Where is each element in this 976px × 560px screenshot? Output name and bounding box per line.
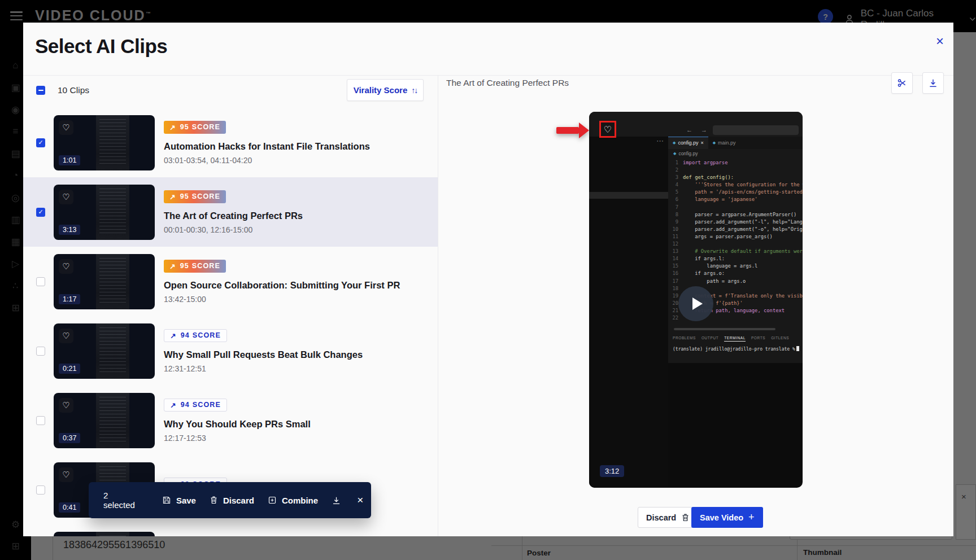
download-clip-button[interactable] [922,72,944,94]
virality-score-badge: ↗ 94 SCORE [164,399,227,412]
clip-info: ↗ 94 SCORE Why Small Pull Requests Beat … [164,329,363,373]
clip-thumbnail[interactable]: ♡ 3:13 [54,185,155,240]
clip-checkbox[interactable] [36,416,45,425]
clip-row[interactable]: ✓ ♡ 3:13 ↗ 95 SCORE The Art of Creating … [23,177,438,247]
annotation-red-arrow [556,123,589,138]
preview-title: The Art of Creating Perfect PRs [446,78,569,88]
download-button[interactable] [332,496,341,505]
divider [438,75,438,536]
virality-score-badge: ↗ 95 SCORE [164,190,226,203]
clip-duration-badge: 0:37 [59,433,80,443]
clip-thumbnail[interactable]: ♡ [54,532,155,537]
clip-row[interactable]: ♡ 0:37 ↗ 94 SCORE Why You Should Keep PR… [23,386,438,455]
clip-duration-badge: 3:13 [59,225,80,235]
heart-icon[interactable]: ♡ [59,329,73,343]
clip-list-header: 10 Clips Virality Score ↑↓ [23,75,438,108]
modal-title: Select AI Clips [35,35,167,58]
clip-checkbox[interactable]: ✓ [36,138,45,147]
heart-icon[interactable]: ♡ [59,120,73,135]
clip-checkbox[interactable] [36,347,45,356]
trending-up-icon: ↗ [169,123,176,132]
clip-info: ↗ 94 SCORE Why You Should Keep PRs Small… [164,399,311,443]
score-text: 95 SCORE [180,262,220,270]
trash-icon [210,496,218,505]
discard-button[interactable]: Discard [210,496,254,505]
heart-icon[interactable]: ♡ [59,467,73,482]
select-all-checkbox[interactable] [36,86,45,95]
download-icon [332,496,341,505]
thumbnail-image [96,323,129,379]
trending-up-icon: ↗ [169,193,176,201]
clip-thumbnail[interactable]: ♡ 1:17 [54,254,155,309]
select-ai-clips-modal: Select AI Clips × 10 Clips Virality Scor… [23,23,953,536]
heart-icon[interactable]: ♡ [59,398,73,413]
play-button[interactable] [678,286,713,321]
sort-arrows-icon: ↑↓ [411,86,417,95]
combine-button[interactable]: Combine [268,496,318,505]
clip-row[interactable]: ♡ 1:17 ↗ 95 SCORE Open Source Collaborat… [23,247,438,316]
clip-duration-badge: 1:01 [59,155,80,165]
editor-tab: ◆config.py× [668,137,708,149]
selected-count: 2 selected [103,491,135,510]
trim-button[interactable] [891,72,913,94]
clip-thumbnail[interactable]: ♡ 0:37 [54,393,155,448]
action-bar-close-icon[interactable]: × [357,494,363,506]
video-frame-titlebar: ← → [589,112,803,137]
clip-row[interactable]: ♡ 0:21 ↗ 94 SCORE Why Small Pull Request… [23,316,438,386]
terminal-tab: GITLENS [771,336,789,342]
score-text: 94 SCORE [181,331,221,339]
video-frame-left-panel: ⋯ [589,137,668,488]
preview-discard-button[interactable]: Discard [638,507,698,528]
clip-times: 03:01-03:54, 04:11-04:20 [164,156,370,165]
score-text: 95 SCORE [180,123,220,131]
terminal-cursor [796,346,799,351]
clip-thumbnail[interactable]: ♡ 1:01 [54,115,155,170]
terminal-tab: PORTS [751,336,765,342]
editor-tabs: ◆config.py×◆main.py [668,137,803,149]
clip-title: Open Source Collaboration: Submitting Yo… [164,280,400,291]
screen: VIDEO CLOUD™ ? BC - Juan Carlos Radillo … [0,0,976,560]
clip-duration-badge: 0:21 [59,364,80,374]
clip-row[interactable]: ♡ [23,524,438,536]
clip-info: ↗ 95 SCORE Automation Hacks for Instant … [164,121,370,165]
clip-checkbox[interactable] [36,277,45,286]
thumbnail-image [96,254,129,309]
clip-info: ↗ 95 SCORE Open Source Collaboration: Su… [164,260,400,304]
save-video-button[interactable]: Save Video + [691,507,763,528]
favorite-heart-button-highlighted[interactable]: ♡ [599,121,616,138]
editor-tab: ◆main.py [708,137,740,149]
clip-preview-player[interactable]: ← → ⋯ ◆config.py×◆main.py ◆ config.py 1i… [589,112,803,488]
thumbnail-image [96,185,129,240]
score-text: 94 SCORE [181,401,221,409]
clip-thumbnail[interactable]: ♡ 0:21 [54,323,155,379]
ellipsis-icon: ⋯ [656,137,664,145]
save-button[interactable]: Save [162,496,196,505]
clip-checkbox[interactable]: ✓ [36,208,45,217]
terminal-tab: PROBLEMS [673,336,696,342]
download-icon [928,78,938,88]
clip-times: 12:31-12:51 [164,364,363,373]
clip-title: Automation Hacks for Instant File Transl… [164,141,370,152]
terminal-tab: OUTPUT [702,336,718,342]
clip-checkbox[interactable] [36,485,45,495]
virality-score-sort-button[interactable]: Virality Score ↑↓ [347,79,424,101]
virality-score-badge: ↗ 95 SCORE [164,121,226,134]
clip-title: Why You Should Keep PRs Small [164,419,311,430]
preview-duration-badge: 3:12 [600,465,624,477]
clip-title: Why Small Pull Requests Beat Bulk Change… [164,349,363,360]
trending-up-icon: ↗ [170,331,177,340]
play-icon [692,298,703,310]
virality-score-badge: ↗ 95 SCORE [164,260,226,273]
heart-icon: ♡ [604,124,612,135]
modal-close-icon[interactable]: × [931,33,948,50]
editor-breadcrumb: ◆ config.py [668,149,803,158]
clip-title: The Art of Creating Perfect PRs [164,211,303,221]
heart-icon[interactable]: ♡ [59,259,73,274]
plus-icon: + [748,511,755,523]
clip-row[interactable]: ✓ ♡ 1:01 ↗ 95 SCORE Automation Hacks for… [23,108,438,177]
python-file-icon: ◆ [673,151,676,156]
thumbnail-image [96,393,129,448]
combine-icon [268,496,277,505]
heart-icon[interactable]: ♡ [59,190,73,204]
clip-times: 00:01-00:30, 12:16-15:00 [164,225,303,234]
